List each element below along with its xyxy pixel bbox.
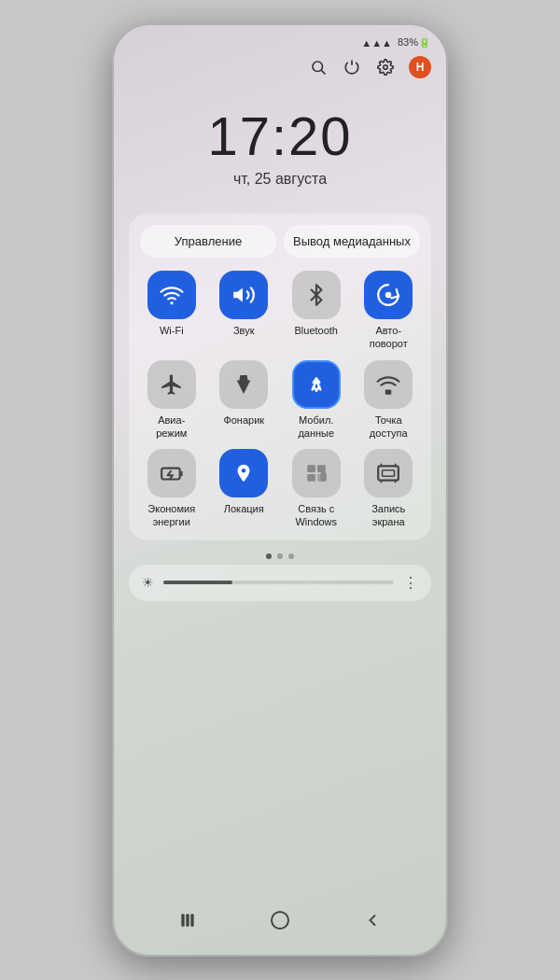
toggle-mobiledata[interactable]: Мобил.данные	[285, 360, 348, 441]
svg-rect-10	[317, 466, 326, 473]
airplane-label: Авиа-режим	[156, 413, 187, 441]
svg-point-8	[242, 469, 246, 473]
toggle-screenrecord[interactable]: Записьэкрана	[357, 449, 421, 529]
autorotate-icon	[364, 271, 413, 319]
svg-point-0	[313, 62, 323, 72]
sound-icon	[219, 271, 268, 319]
sound-label: Звук	[233, 324, 255, 337]
power-icon[interactable]	[342, 57, 362, 77]
toggle-battery[interactable]: Экономияэнергии	[140, 449, 203, 529]
toggle-bluetooth[interactable]: Bluetooth	[285, 271, 348, 351]
dot-2	[277, 553, 283, 559]
toggle-autorotate[interactable]: Авто-поворот	[357, 271, 421, 351]
brightness-fill	[163, 581, 232, 584]
autorotate-label: Авто-поворот	[370, 324, 408, 351]
toggle-wifi[interactable]: Wi-Fi	[140, 271, 203, 351]
tab-media[interactable]: Вывод медиаданных	[284, 225, 420, 258]
clock-date: чт, 25 августа	[114, 171, 446, 188]
svg-rect-6	[385, 389, 392, 394]
brightness-bar-container: ☀ ⋮	[129, 565, 431, 601]
svg-point-5	[385, 292, 392, 299]
svg-rect-15	[378, 467, 399, 481]
brightness-more-icon[interactable]: ⋮	[403, 574, 418, 592]
brightness-icon: ☀	[142, 575, 154, 590]
wifi-icon	[147, 271, 196, 319]
clock-time: 17:20	[114, 105, 446, 167]
bluetooth-label: Bluetooth	[295, 324, 338, 337]
quick-actions-bar: H	[114, 52, 446, 86]
toggles-grid: Wi-Fi Звук	[140, 271, 420, 529]
dot-1	[266, 553, 272, 559]
toggle-windows[interactable]: Связь сWindows	[285, 449, 348, 529]
tab-buttons: Управление Вывод медиаданных	[140, 225, 420, 258]
phone-frame: ▲▲▲ 83%🔋 H 17:20 чт, 25 августа	[112, 23, 448, 957]
settings-icon[interactable]	[375, 57, 396, 77]
bluetooth-icon	[292, 271, 341, 319]
hotspot-label: Точкадоступа	[370, 413, 408, 441]
toggle-location[interactable]: Локация	[213, 449, 276, 529]
airplane-icon	[147, 360, 196, 409]
tab-management[interactable]: Управление	[140, 225, 276, 258]
toggle-flashlight[interactable]: Фонарик	[213, 360, 276, 441]
clock-section: 17:20 чт, 25 августа	[114, 86, 446, 195]
toggle-airplane[interactable]: Авиа-режим	[140, 360, 203, 441]
svg-rect-16	[383, 470, 395, 477]
dot-3	[288, 553, 294, 559]
svg-rect-11	[307, 474, 315, 482]
windows-icon	[292, 449, 341, 497]
hotspot-icon	[364, 360, 413, 409]
back-button[interactable]	[356, 903, 389, 942]
battery-icon	[147, 449, 196, 497]
recent-apps-button[interactable]	[171, 903, 204, 942]
pagination-dots	[114, 553, 446, 559]
mobiledata-icon	[292, 360, 341, 409]
flashlight-icon	[219, 360, 268, 409]
location-icon	[219, 449, 268, 497]
battery-label: Экономияэнергии	[147, 502, 195, 529]
battery-status: 83%🔋	[398, 36, 431, 49]
svg-marker-4	[233, 287, 243, 301]
home-button[interactable]	[261, 902, 299, 944]
screenrecord-icon	[364, 449, 413, 497]
nav-bar	[114, 899, 446, 955]
svg-rect-9	[307, 466, 315, 473]
location-label: Локация	[224, 502, 264, 515]
svg-rect-14	[320, 472, 327, 482]
brightness-bar[interactable]	[163, 581, 394, 584]
search-icon[interactable]	[308, 57, 329, 77]
toggle-hotspot[interactable]: Точкадоступа	[357, 360, 421, 441]
svg-point-20	[272, 912, 288, 929]
user-avatar[interactable]: H	[409, 56, 431, 78]
flashlight-label: Фонарик	[223, 413, 264, 427]
svg-point-3	[170, 301, 173, 304]
wifi-label: Wi-Fi	[160, 324, 184, 337]
control-panel: Управление Вывод медиаданных Wi-Fi	[129, 214, 431, 540]
toggle-sound[interactable]: Звук	[213, 271, 276, 351]
svg-rect-18	[186, 914, 189, 926]
svg-rect-17	[181, 914, 184, 926]
mobiledata-label: Мобил.данные	[298, 413, 334, 441]
svg-rect-19	[190, 914, 193, 926]
status-bar: ▲▲▲ 83%🔋	[114, 25, 446, 52]
svg-line-1	[321, 70, 325, 74]
windows-label: Связь сWindows	[295, 502, 337, 529]
svg-point-2	[384, 65, 388, 70]
screenrecord-label: Записьэкрана	[371, 502, 405, 529]
signal-icon: ▲▲▲	[361, 37, 392, 49]
